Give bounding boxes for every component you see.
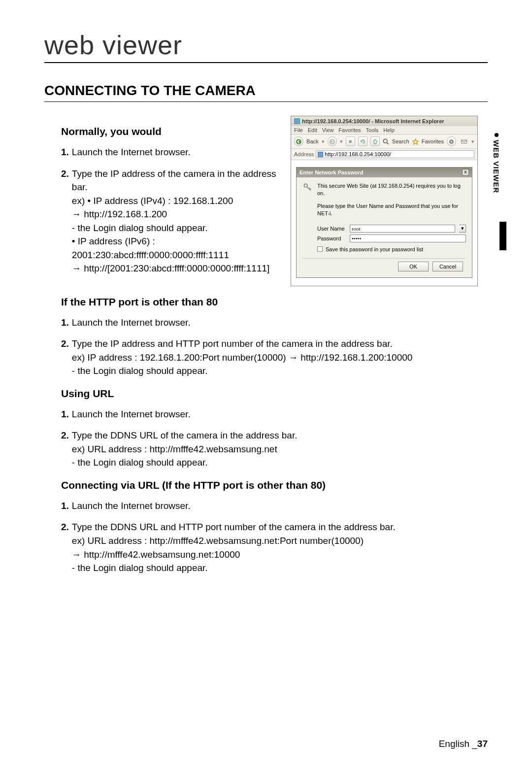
forward-icon[interactable] (328, 136, 337, 146)
media-icon[interactable] (447, 136, 456, 146)
step-body: Type the IP address and HTTP port number… (72, 337, 488, 378)
chevron-down-icon[interactable]: ▾ (459, 225, 466, 233)
step-body: Type the DDNS URL of the camera in the a… (72, 429, 488, 470)
window-titlebar: http://192.168.0.254:10000/ - Microsoft … (291, 116, 477, 126)
side-tab-label: WEB VIEWER (492, 140, 500, 193)
save-password-checkbox[interactable] (317, 246, 323, 252)
steps-normally: 1. Launch the Internet browser. 2. Type … (44, 145, 281, 275)
stop-icon[interactable]: × (346, 136, 355, 146)
step-number: 2. (61, 520, 69, 574)
step-body: Launch the Internet browser. (72, 499, 488, 513)
step-number: 2. (61, 429, 69, 470)
username-value: root (352, 226, 361, 232)
footer-sep: _ (472, 739, 477, 749)
menu-bar: File Edit View Favorites Tools Help (291, 126, 477, 134)
back-label: Back (306, 138, 318, 144)
step-number: 1. (61, 145, 69, 159)
footer-page: 37 (477, 739, 488, 749)
step-body: Type the IP address of the camera in the… (72, 167, 281, 275)
home-icon[interactable] (370, 136, 380, 146)
page-footer: English _37 (439, 739, 488, 749)
svg-line-3 (387, 142, 388, 144)
footer-lang: English (439, 739, 469, 749)
list-item: 2. Type the DDNS URL and HTTP port numbe… (61, 520, 488, 574)
svg-point-5 (451, 140, 452, 142)
page-icon (318, 152, 323, 157)
step-body: Launch the Internet browser. (72, 316, 488, 330)
address-value: http://192.168.0.254:10000/ (325, 151, 391, 157)
list-item: 2. Type the IP address of the camera in … (61, 167, 281, 275)
menu-item[interactable]: Favorites (338, 127, 361, 133)
svg-point-1 (330, 139, 335, 144)
keys-icon (302, 182, 313, 193)
address-label: Address (294, 151, 314, 157)
password-label: Password (317, 236, 346, 241)
page-title: web viewer (44, 30, 488, 63)
side-tab: WEB VIEWER (492, 133, 500, 193)
password-field[interactable]: ••••• (350, 235, 466, 242)
close-icon[interactable]: × (462, 169, 469, 176)
dialog-line2: Please type the User Name and Password t… (317, 202, 466, 218)
subheading-normally: Normally, you would (44, 126, 281, 137)
address-field[interactable]: http://192.168.0.254:10000/ (316, 150, 474, 158)
side-index-marker (499, 222, 506, 250)
address-bar: Address http://192.168.0.254:10000/ (291, 149, 477, 160)
step-number: 1. (61, 316, 69, 330)
list-item: 1. Launch the Internet browser. (61, 316, 488, 330)
username-label: User Name (317, 226, 346, 232)
list-item: 2. Type the DDNS URL of the camera in th… (61, 429, 488, 470)
steps-using-url: 1. Launch the Internet browser. 2. Type … (44, 407, 488, 470)
subheading-via-url-port: Connecting via URL (If the HTTP port is … (44, 479, 488, 491)
menu-item[interactable]: View (322, 127, 334, 133)
bullet-icon (495, 133, 499, 137)
refresh-icon[interactable] (358, 136, 367, 146)
step-number: 1. (61, 499, 69, 513)
menu-item[interactable]: Tools (366, 127, 379, 133)
step-body: Type the DDNS URL and HTTP port number o… (72, 520, 488, 574)
menu-item[interactable]: Help (383, 127, 395, 133)
favorites-icon[interactable] (412, 136, 419, 146)
login-dialog: Enter Network Password × This secure Web… (296, 167, 472, 278)
username-field[interactable]: root (350, 225, 455, 233)
step-number: 2. (61, 167, 69, 275)
dialog-titlebar: Enter Network Password × (297, 168, 472, 177)
menu-item[interactable]: File (294, 127, 303, 133)
window-title-text: http://192.168.0.254:10000/ - Microsoft … (302, 118, 444, 124)
section-heading: CONNECTING TO THE CAMERA (44, 83, 488, 102)
step-body: Launch the Internet browser. (72, 145, 281, 159)
back-icon[interactable] (294, 136, 303, 146)
dialog-line1: This secure Web Site (at 192.168.0.254) … (317, 182, 466, 198)
cancel-button[interactable]: Cancel (432, 262, 463, 271)
toolbar: Back ▾ ▾ × Search Favorites (291, 134, 477, 149)
save-password-label: Save this password in your password list (326, 246, 423, 252)
favorites-label: Favorites (422, 138, 444, 144)
svg-point-2 (383, 139, 387, 143)
menu-item[interactable]: Edit (308, 127, 317, 133)
list-item: 2. Type the IP address and HTTP port num… (61, 337, 488, 378)
ok-button[interactable]: OK (398, 262, 429, 271)
list-item: 1. Launch the Internet browser. (61, 499, 488, 513)
step-number: 1. (61, 407, 69, 421)
search-label: Search (392, 138, 409, 144)
mail-icon[interactable] (459, 136, 468, 146)
steps-http-port: 1. Launch the Internet browser. 2. Type … (44, 316, 488, 378)
dialog-title-text: Enter Network Password (299, 169, 364, 175)
step-body: Launch the Internet browser. (72, 407, 488, 421)
step-number: 2. (61, 337, 69, 378)
svg-point-0 (296, 139, 301, 144)
ie-icon (294, 118, 300, 124)
browser-window-screenshot: http://192.168.0.254:10000/ - Microsoft … (291, 116, 478, 286)
steps-via-url-port: 1. Launch the Internet browser. 2. Type … (44, 499, 488, 575)
list-item: 1. Launch the Internet browser. (61, 407, 488, 421)
subheading-http-port: If the HTTP port is other than 80 (44, 296, 488, 308)
subheading-using-url: Using URL (44, 388, 488, 400)
password-value: ••••• (352, 236, 361, 241)
search-icon[interactable] (383, 136, 389, 146)
list-item: 1. Launch the Internet browser. (61, 145, 281, 159)
